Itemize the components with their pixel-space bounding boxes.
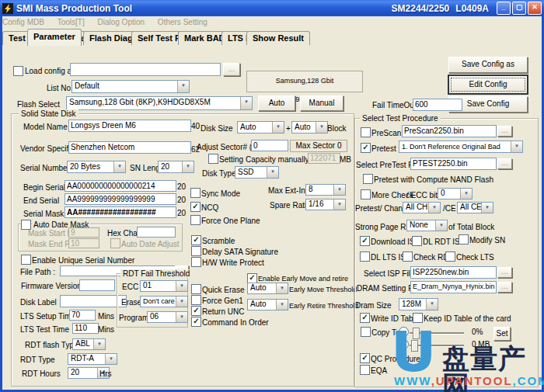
dram-size-select[interactable]: 128M	[399, 298, 438, 310]
rdt-flash-type-select[interactable]: ABL	[72, 338, 106, 350]
early-retire-threshold-select[interactable]: Auto	[247, 299, 288, 310]
select-isp-file-input[interactable]: ISP2250new.bin	[410, 266, 497, 279]
list-no-select[interactable]: Default	[71, 80, 190, 93]
ncq-checkbox[interactable]	[190, 202, 201, 212]
menu-others-setting[interactable]: Others Setting	[158, 16, 207, 26]
disk-size-plus-label: +	[286, 124, 291, 133]
command-in-order-checkbox[interactable]	[191, 317, 201, 327]
disk-size-select[interactable]: Auto	[237, 121, 284, 134]
select-isp-browse-button[interactable]: ...	[497, 267, 512, 278]
menu-dialog-option[interactable]: Dialog Option	[97, 16, 145, 26]
maximize-button[interactable]: ▢	[512, 2, 526, 15]
menu-config-mdb[interactable]: Config MDB	[2, 16, 44, 26]
close-button[interactable]: ✕	[528, 2, 542, 15]
menu-tools[interactable]: Tools[T]	[58, 16, 85, 26]
sync-mode-checkbox[interactable]	[190, 188, 201, 198]
hw-write-protect-checkbox[interactable]	[191, 257, 201, 267]
lts-setup-time-input[interactable]: 70	[69, 310, 96, 321]
ncq-label: NCQ	[201, 203, 218, 212]
compute-nand-checkbox[interactable]	[363, 174, 373, 184]
download-isp-checkbox[interactable]	[360, 236, 370, 246]
model-name-label: Model Name	[23, 123, 68, 131]
tab-show-result[interactable]: Show Result	[246, 31, 310, 45]
disk-size-block-select[interactable]: Auto	[291, 121, 328, 134]
mask-start-pos-input[interactable]: 9	[68, 227, 99, 238]
manual-button[interactable]: Manual	[300, 95, 343, 111]
dl-lts-isp-checkbox[interactable]	[360, 252, 370, 262]
eqa-label: EQA	[371, 366, 387, 375]
return-unc-checkbox[interactable]	[191, 306, 201, 316]
dl-rdt-isp-checkbox[interactable]	[412, 236, 422, 246]
dropdown-arrow-icon	[435, 220, 447, 231]
minimize-button[interactable]: _	[497, 2, 511, 15]
copy-test-checkbox[interactable]	[361, 327, 371, 337]
qc-procedure-checkbox[interactable]	[360, 353, 370, 363]
modify-sn-checkbox[interactable]	[459, 234, 469, 245]
check-lts-checkbox[interactable]	[445, 252, 455, 262]
more-check-checkbox[interactable]	[361, 189, 371, 199]
serial-number-select[interactable]: 20 Bytes	[67, 161, 126, 173]
load-config-browse-button[interactable]: ...	[223, 63, 240, 76]
ce-select[interactable]: All CE	[457, 202, 493, 213]
dram-setting-file-input[interactable]: E_Dram_Nynya_Hynix.bin	[410, 281, 497, 293]
sn-length-value: 20	[161, 162, 169, 171]
program-select[interactable]: 06	[147, 311, 188, 323]
model-name-input[interactable]: Longsys Dreen M6	[68, 120, 191, 132]
edit-config-button[interactable]: Edit Config	[448, 75, 528, 94]
sn-length-select[interactable]: 20	[158, 161, 194, 173]
lts-test-time-input[interactable]: 110	[72, 323, 99, 334]
check-rdt-checkbox[interactable]	[403, 252, 413, 262]
disk-type-select[interactable]: SSD	[235, 166, 279, 179]
rdt-flash-type-label: RDT flash Type	[25, 341, 78, 349]
early-move-threshold-select[interactable]: Auto	[247, 283, 288, 294]
rdt-type-select[interactable]: RDT-A	[68, 353, 117, 365]
load-config-input[interactable]	[70, 63, 221, 76]
dropdown-arrow-icon	[333, 185, 345, 195]
dropdown-arrow-icon	[113, 161, 125, 172]
firmware-version-input[interactable]	[79, 279, 115, 291]
dram-setting-browse-button[interactable]: ...	[497, 282, 512, 293]
strong-page-ratio-select[interactable]: None	[406, 220, 448, 231]
begin-serial-input[interactable]: AA000000000000000214	[65, 180, 176, 192]
write-id-table-checkbox[interactable]	[360, 313, 370, 323]
disk-size-label: Disk Size	[201, 124, 233, 133]
setting-capacity-checkbox[interactable]	[208, 154, 218, 164]
save-config-as-button[interactable]: Save Config as	[448, 57, 528, 73]
spare-ratio-select[interactable]: 1/16	[305, 199, 346, 210]
tab-parameter[interactable]: Parameter	[27, 29, 82, 46]
flash-select-select[interactable]: Samsung,128 Gbit (8KP),K9HDGD8X5M	[66, 96, 253, 110]
pretest-channel-select[interactable]: All CH	[403, 202, 441, 213]
load-config-checkbox[interactable]	[13, 66, 23, 76]
select-pretest-file-input[interactable]: PTEST2250.bin	[410, 158, 497, 170]
ecc-bits-select[interactable]: 0	[438, 188, 473, 199]
mask-end-pos-input[interactable]: 10	[68, 238, 99, 248]
vendor-specific-input[interactable]: Shenzhen Netcom	[68, 141, 191, 154]
force-one-plane-checkbox[interactable]	[190, 215, 201, 225]
auto-button[interactable]: Auto	[258, 95, 295, 111]
serial-mask-input[interactable]: AA##################	[65, 206, 176, 218]
pretest-checkbox[interactable]	[361, 143, 371, 153]
erase-select[interactable]: Don't care	[140, 296, 188, 307]
pretest-label: Pretest	[371, 144, 396, 153]
pretest-mode-select[interactable]: 1. Don't Reference Original Bad	[399, 140, 523, 153]
max-ext-intlv-select[interactable]: 8	[305, 184, 346, 196]
setting-capacity-input[interactable]: 122071	[308, 153, 340, 164]
select-pretest-browse-button[interactable]: ...	[497, 158, 512, 169]
auto-date-adjust-checkbox[interactable]	[110, 238, 120, 248]
prescan-file-input[interactable]: PreScan2250.bin	[402, 125, 497, 137]
set-button[interactable]: Set	[493, 327, 511, 341]
prescan-checkbox[interactable]	[361, 127, 371, 137]
quick-erase-checkbox[interactable]	[191, 284, 201, 294]
enable-unique-sn-checkbox[interactable]	[21, 255, 31, 265]
ecc-select[interactable]: 01	[140, 280, 188, 292]
fail-timeout-input[interactable]: 600	[413, 99, 462, 111]
hex-char-input[interactable]	[137, 227, 176, 238]
end-serial-input[interactable]: AA999999999999999999	[65, 193, 176, 205]
delay-sata-checkbox[interactable]	[191, 246, 201, 256]
eqa-checkbox[interactable]	[360, 365, 370, 375]
adjust-sector-input[interactable]: 0	[251, 140, 288, 151]
prescan-browse-button[interactable]: ...	[497, 126, 512, 137]
force-gen1-checkbox[interactable]	[191, 295, 201, 305]
scramble-checkbox[interactable]	[191, 235, 201, 245]
end-serial-length: 20	[177, 196, 186, 204]
